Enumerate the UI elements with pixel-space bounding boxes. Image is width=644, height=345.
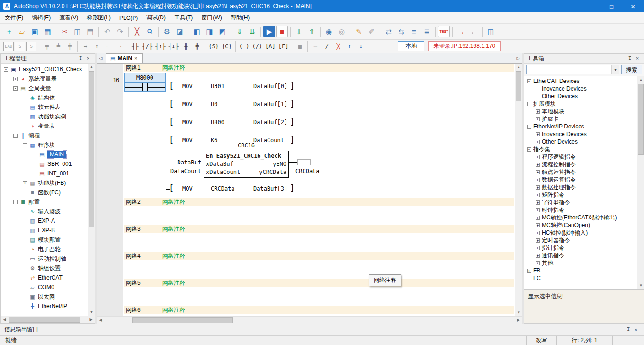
local-mode-button[interactable]: 本地 xyxy=(398,41,424,51)
toolbox-tree-item-string-instructions[interactable]: +字符串指令 xyxy=(524,199,637,206)
toolbox-tree-item-comm-instructions[interactable]: +通讯指令 xyxy=(524,252,637,259)
project-tree-item-com0[interactable]: ▱COM0 xyxy=(1,282,88,292)
project-tree-item-axis-group-settings[interactable]: ⚙轴组设置 xyxy=(1,263,88,273)
project-tree-item-fb-instance[interactable]: ▦功能块实例 xyxy=(1,112,88,121)
menu-item-t[interactable]: 工具(T) xyxy=(170,12,197,24)
instruction-opcode[interactable]: MOV xyxy=(182,83,193,90)
toolbox-tree-item-fc-group[interactable]: FC xyxy=(524,274,637,282)
project-tree-item-int-001[interactable]: ▤INT_001 xyxy=(1,169,88,178)
toolbox-tree-item-ethernetip-inovance-devices[interactable]: +Inovance Devices xyxy=(524,130,637,138)
upload-icon[interactable]: ⇧ xyxy=(306,26,318,37)
project-tree-item-global-var[interactable]: -▤全局变量 xyxy=(1,83,88,93)
expand-icon[interactable]: + xyxy=(536,261,540,265)
menu-item-f[interactable]: 文件(F) xyxy=(0,12,27,24)
scroll-down-icon[interactable]: ▼ xyxy=(515,309,522,316)
toolbox-tree-item-mc-axis-ethercat-pulse[interactable]: +MC轴控(EtherCAT&脉冲输出) xyxy=(524,214,637,221)
collapse-icon[interactable]: - xyxy=(23,143,27,147)
scroll-left-icon[interactable]: ◀ xyxy=(97,317,104,324)
function-instruction-icon[interactable]: [F] xyxy=(277,42,290,51)
read-mode-icon[interactable]: ✐ xyxy=(366,26,377,37)
collapse-icon[interactable]: - xyxy=(4,67,8,72)
network-body[interactable]: M8000[MOVH301DataBuf[0]][MOVH0DataBuf[1]… xyxy=(124,72,514,198)
expand-icon[interactable]: + xyxy=(23,181,27,185)
expand-icon[interactable]: + xyxy=(536,200,540,205)
new-file-icon[interactable]: + xyxy=(3,26,15,37)
expand-icon[interactable]: + xyxy=(527,269,531,273)
toolbox-tree-item-other-instructions[interactable]: +其他 xyxy=(524,259,637,267)
network-header[interactable]: 网络3网络注释 xyxy=(124,225,514,233)
pin-icon[interactable]: ↧ xyxy=(625,327,632,333)
rising-edge-contact-icon[interactable]: ┤↑├ xyxy=(154,42,167,51)
expand-icon[interactable]: + xyxy=(536,193,540,197)
sync-icon[interactable]: ⇆ xyxy=(395,26,407,37)
expand-icon[interactable]: + xyxy=(536,254,540,258)
login-status-button[interactable]: 未登录:IP:192.168.1.170 xyxy=(428,41,501,51)
menu-item-p[interactable]: PLC(P) xyxy=(115,13,142,23)
editor-hscrollbar[interactable]: ◀ ▶ xyxy=(97,316,522,324)
network-comment[interactable]: 网络注释 xyxy=(162,306,185,314)
instruction-opcode[interactable]: MOV xyxy=(182,137,193,144)
project-tree-item-exp-b[interactable]: ▥EXP-B xyxy=(1,226,88,235)
save-icon[interactable]: ▣ xyxy=(29,26,41,37)
toolbox-tree-item-clock-instructions[interactable]: +时钟指令 xyxy=(524,206,637,214)
close-panel-icon[interactable]: × xyxy=(634,55,641,61)
project-tree-item-motion-control-axis[interactable]: ▭运动控制轴 xyxy=(1,254,88,263)
close-panel-icon[interactable]: × xyxy=(84,55,92,61)
draw-line-right-icon[interactable]: → xyxy=(80,42,90,51)
toolbox-tree-item-expansion-modules[interactable]: -扩展模块 xyxy=(524,100,637,108)
insert-rung-below-icon[interactable]: ╧ xyxy=(53,42,63,51)
toolbox-tree-item-expansion-cards[interactable]: +扩展卡 xyxy=(524,115,637,123)
project-tree-item-var-table[interactable]: ◑变量表 xyxy=(1,121,88,131)
instruction-operand-dst[interactable]: DataBuf[1] xyxy=(253,101,287,108)
output-coil-icon[interactable]: ( ) xyxy=(238,42,250,51)
normally-closed-contact-icon[interactable]: ┤/├ xyxy=(141,42,153,51)
compile-all-icon[interactable]: ⇊ xyxy=(246,26,258,37)
test-icon[interactable]: TEST xyxy=(438,26,450,37)
tab-next-icon[interactable]: ▷ xyxy=(514,54,522,63)
toolbox-tree-item-flow-control-instructions[interactable]: +流程控制指令 xyxy=(524,161,637,168)
project-tree-item-programming[interactable]: -╂编程 xyxy=(1,131,88,140)
toolbox-tree-item-ethernetip-other-devices[interactable]: +Other Devices xyxy=(524,138,637,145)
scroll-right-icon[interactable]: ▶ xyxy=(515,317,522,324)
paste-icon[interactable]: ▤ xyxy=(84,26,96,37)
instruction-operand-src[interactable]: CRCData xyxy=(211,185,235,192)
expand-icon[interactable]: + xyxy=(536,132,540,136)
toolbox-tree-item-hc-axis-pulse-input[interactable]: +HC轴控(脉冲输入) xyxy=(524,229,637,236)
expand-icon[interactable]: + xyxy=(536,185,540,190)
line-up-icon[interactable]: ↑ xyxy=(344,42,355,51)
open-folder-icon[interactable]: ▱ xyxy=(16,26,28,37)
toolbox-tree-item-local-modules[interactable]: +本地模块 xyxy=(524,108,637,115)
fb-input-variable[interactable]: DataBuf xyxy=(168,159,201,166)
project-tree-item-program-block[interactable]: -▦程序块 xyxy=(1,140,88,150)
menu-item-h[interactable]: 帮助(H) xyxy=(226,12,254,24)
project-tree-item-ethernet-ip[interactable]: ╂EtherNet/IP xyxy=(1,301,88,311)
maximize-button[interactable]: □ xyxy=(601,0,622,12)
download-icon[interactable]: ⇩ xyxy=(293,26,305,37)
copy-icon[interactable]: ◫ xyxy=(72,26,83,37)
horizontal-line-icon[interactable]: ─ xyxy=(310,42,321,51)
monitor-icon[interactable]: ◉ xyxy=(323,26,335,37)
expand-icon[interactable]: + xyxy=(536,231,540,235)
menu-item-e[interactable]: 编辑(E) xyxy=(27,12,55,24)
draw-corner-lower-icon[interactable]: ¬ xyxy=(114,42,125,51)
split-window-icon[interactable]: ◫ xyxy=(485,26,497,37)
expand-icon[interactable]: + xyxy=(536,223,540,227)
network-comment[interactable]: 网络注释 xyxy=(162,64,185,72)
network-header[interactable]: 网络1网络注释 xyxy=(124,64,514,72)
editor-vscrollbar[interactable]: ▲ ▼ xyxy=(515,64,522,316)
instruction-operand-dst[interactable]: DataBuf[3] xyxy=(253,185,287,192)
project-tree-item-main-program[interactable]: ▤MAIN xyxy=(1,150,88,159)
menu-item-w[interactable]: 窗口(W) xyxy=(197,12,226,24)
grid-view-icon[interactable]: ▦ xyxy=(295,42,305,51)
compile-icon[interactable]: ⇓ xyxy=(233,26,245,37)
insert-rung-above-icon[interactable]: ╤ xyxy=(42,42,52,51)
jump-back-icon[interactable]: ← xyxy=(468,26,480,37)
project-tree-hscrollbar[interactable]: ◀ ▶ xyxy=(1,316,95,323)
instruction-opcode[interactable]: MOV xyxy=(182,119,193,126)
scrollbar-thumb[interactable] xyxy=(9,317,80,323)
network-header[interactable]: 网络5网络注释 xyxy=(124,279,514,287)
tab-close-icon[interactable]: × xyxy=(134,55,137,61)
counter-instruction-icon[interactable]: {C} xyxy=(221,42,233,51)
instruction-operand-dst[interactable]: DataBuf[2] xyxy=(253,119,287,126)
expand-icon[interactable]: + xyxy=(536,246,540,250)
